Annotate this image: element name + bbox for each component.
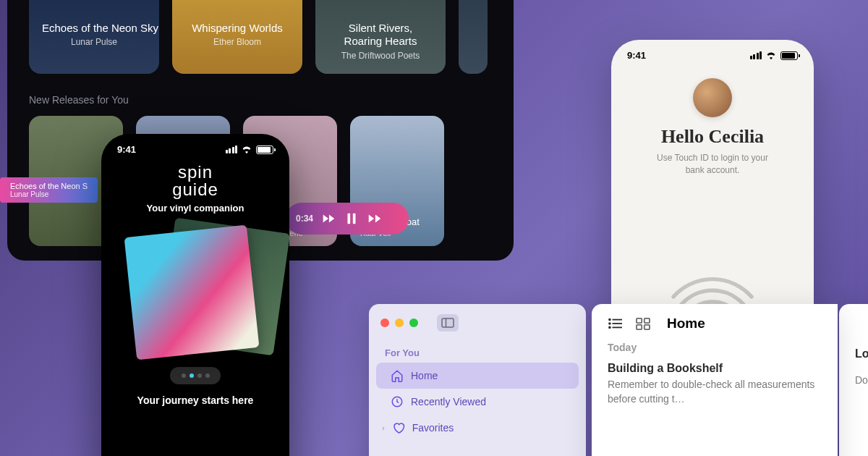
pause-button[interactable]	[344, 211, 359, 227]
now-playing-title: Echoes of the Neon S	[10, 182, 88, 190]
mac-sidebar-window: For You Home Recently Viewed › Favorites	[369, 304, 586, 456]
notes-day-label: Today	[608, 342, 822, 353]
forward-button[interactable]	[367, 211, 383, 227]
heart-icon	[392, 421, 405, 434]
album-title: Whispering Worlds	[185, 22, 289, 34]
notes-toolbar: Home	[608, 316, 822, 332]
note-body: Remember to double-check all measurement…	[608, 378, 822, 406]
signal-icon	[226, 145, 238, 153]
player-bar: 0:34	[286, 203, 409, 235]
note-item[interactable]: Building a Bookshelf Remember to double-…	[608, 362, 822, 406]
sidebar-section-label: For You	[369, 342, 586, 363]
album-artist: Lunar Pulse	[42, 37, 146, 47]
wifi-icon	[765, 51, 777, 60]
journey-heading: Your journey starts here	[101, 394, 289, 406]
page-indicator[interactable]	[170, 367, 221, 384]
minimize-button[interactable]	[395, 318, 404, 327]
notes-panel: Home Today Building a Bookshelf Remember…	[592, 304, 838, 456]
sidebar-item-recent[interactable]: Recently Viewed	[376, 389, 579, 415]
home-icon	[391, 369, 404, 382]
zoom-button[interactable]	[409, 318, 418, 327]
sidebar-item-label: Home	[411, 370, 438, 381]
spin-subtitle: Your vinyl companion	[101, 203, 289, 214]
album-card[interactable]: Silent Rivers, Roaring Hearts The Driftw…	[315, 0, 446, 74]
status-bar: 9:41	[101, 134, 289, 159]
svg-rect-2	[442, 318, 454, 327]
clock-icon	[391, 395, 404, 408]
note-title: Building a Bookshelf	[608, 362, 822, 375]
spin-guide-phone: 9:41 spin guide Your vinyl companion You…	[101, 134, 289, 456]
notes-panel-secondary: Long Don't image during	[839, 304, 868, 456]
sidebar-toggle-button[interactable]	[437, 314, 459, 332]
album-title: Silent Rivers, Roaring Hearts	[328, 22, 433, 48]
now-playing-strip[interactable]: Echoes of the Neon S Lunar Pulse	[0, 177, 98, 203]
status-bar: 9:41	[611, 40, 814, 65]
rewind-button[interactable]	[320, 211, 336, 227]
avatar[interactable]	[693, 78, 732, 117]
chevron-right-icon: ›	[382, 423, 385, 432]
section-label: New Releases for You	[29, 94, 492, 106]
svg-rect-1	[353, 214, 356, 224]
grid-view-icon[interactable]	[635, 317, 651, 330]
svg-point-9	[609, 323, 610, 324]
sidebar-item-label: Favorites	[412, 422, 454, 434]
bank-login-phone: 9:41 Hello Cecilia Use Touch ID to login…	[611, 40, 814, 344]
greeting: Hello Cecilia	[611, 126, 814, 148]
wifi-icon	[241, 145, 252, 154]
battery-icon	[256, 145, 273, 154]
album-card[interactable]: Echoes of the Neon Sky Lunar Pulse	[29, 0, 159, 74]
album-artwork[interactable]	[130, 225, 260, 355]
note-item[interactable]: Long Don't image during	[855, 347, 868, 388]
note-title: Long	[855, 347, 868, 360]
album-card[interactable]	[459, 0, 488, 74]
album-artist: Ether Bloom	[185, 37, 289, 47]
sidebar-item-home[interactable]: Home	[376, 363, 579, 389]
svg-point-8	[609, 319, 610, 321]
album-artist: The Driftwood Poets	[328, 51, 433, 61]
svg-rect-12	[644, 318, 650, 323]
note-body: Don't image during	[855, 373, 868, 388]
spin-logo: spin guide	[101, 164, 289, 198]
svg-point-10	[609, 327, 610, 329]
signal-icon	[750, 51, 762, 59]
notes-title: Home	[667, 316, 705, 332]
sidebar-item-label: Recently Viewed	[411, 396, 486, 408]
close-button[interactable]	[380, 318, 389, 327]
svg-rect-13	[637, 325, 642, 329]
titlebar	[369, 304, 586, 342]
now-playing-artist: Lunar Pulse	[10, 190, 88, 198]
status-time: 9:41	[117, 144, 136, 155]
status-time: 9:41	[627, 50, 646, 61]
svg-rect-0	[348, 214, 351, 224]
player-time: 0:34	[296, 214, 313, 224]
album-row: Echoes of the Neon Sky Lunar Pulse Whisp…	[29, 0, 492, 74]
album-title: Echoes of the Neon Sky	[42, 22, 146, 34]
battery-icon	[780, 51, 798, 60]
list-view-icon[interactable]	[608, 317, 624, 330]
login-instruction: Use Touch ID to login to your bank accou…	[655, 152, 770, 177]
sidebar-item-favorites[interactable]: › Favorites	[376, 415, 579, 441]
svg-rect-14	[644, 325, 650, 329]
album-card[interactable]: Whispering Worlds Ether Bloom	[172, 0, 302, 74]
svg-rect-11	[637, 318, 642, 323]
